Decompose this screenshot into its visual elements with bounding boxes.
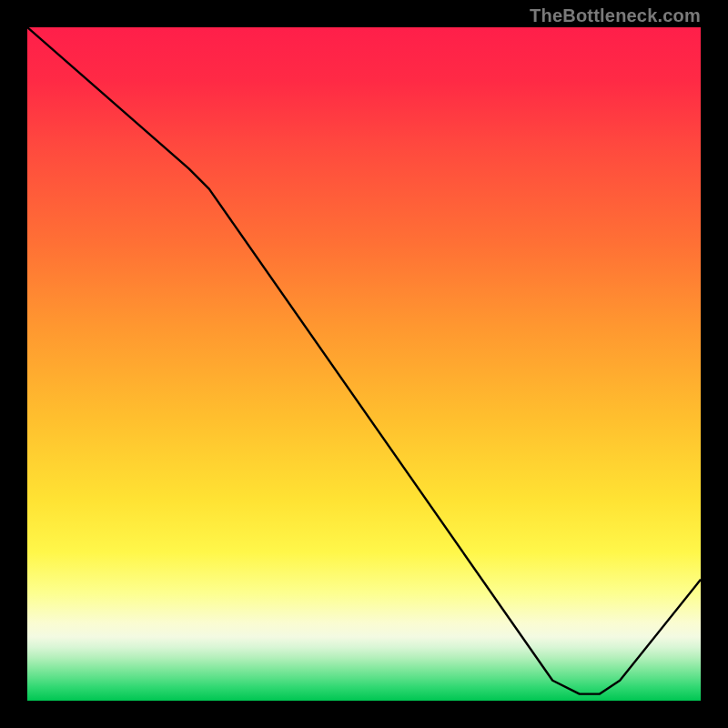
curve-line: [27, 27, 701, 694]
chart-frame: TheBottleneck.com: [0, 0, 728, 728]
curve-svg: [27, 27, 701, 701]
plot-area: [27, 27, 701, 701]
attribution-label: TheBottleneck.com: [530, 5, 701, 26]
